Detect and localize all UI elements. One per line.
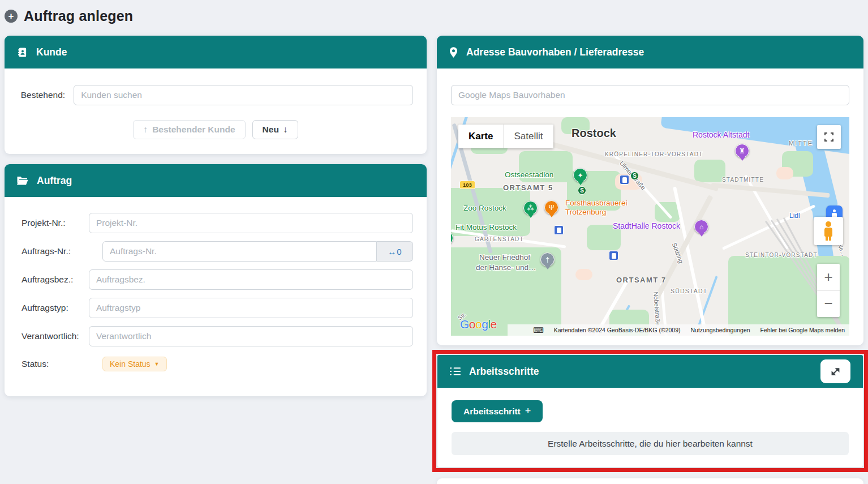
map-area-commercial bbox=[575, 269, 592, 280]
google-maps-input[interactable] bbox=[451, 85, 849, 105]
adresse-panel: Adresse Bauvorhaben / Lieferadresse †⌂Ψ⁂… bbox=[437, 36, 863, 345]
auftrag-panel-header: Auftrag bbox=[5, 164, 427, 197]
map-label: Rostock bbox=[571, 127, 616, 140]
train-icon bbox=[554, 225, 564, 235]
map-label: Rostock Altstadt bbox=[693, 130, 749, 139]
auftragstyp-input[interactable] bbox=[89, 298, 413, 318]
arbeitsschritte-empty-message: Erstelle Arbeitsschritte, die du hier be… bbox=[452, 432, 849, 455]
projekt-nr-label: Projekt-Nr.: bbox=[22, 218, 89, 228]
map-label: der Hanse- und… bbox=[476, 263, 536, 272]
status-value: Kein Status bbox=[110, 359, 151, 369]
down-arrow-icon: ↓ bbox=[283, 125, 288, 135]
train-icon bbox=[609, 251, 618, 260]
status-dropdown[interactable]: Kein Status ▼ bbox=[102, 357, 167, 371]
plus-icon: + bbox=[525, 405, 531, 417]
map-attribution-bar: ⌨ Kartendaten ©2024 GeoBasis-DE/BKG (©20… bbox=[508, 324, 849, 336]
zoo-paw-marker: ⁂ bbox=[523, 201, 538, 215]
map-label: STADTMITTE bbox=[722, 177, 764, 183]
expand-button[interactable] bbox=[820, 359, 850, 383]
sbahn-icon: S bbox=[578, 186, 586, 195]
highlight-annotation: Arbeitsschritte Arbeitsschritt + Erstell… bbox=[432, 350, 868, 472]
pegman-icon bbox=[823, 221, 834, 241]
auftragsbez-input[interactable] bbox=[89, 269, 413, 290]
report-error-link[interactable]: Fehler bei Google Maps melden bbox=[760, 327, 845, 333]
auftrag-panel: Auftrag Projekt-Nr.: Auftrags-Nr.: ↔0 Au… bbox=[5, 164, 427, 396]
kunde-panel-title: Kunde bbox=[36, 46, 67, 58]
map-label: Forsthausbrauerei bbox=[565, 199, 628, 207]
restaurant-marker: Ψ bbox=[544, 200, 558, 215]
up-arrow-icon: ↑ bbox=[143, 125, 148, 135]
next-panel-peek bbox=[437, 478, 863, 484]
map-label: ORTSAMT 7 bbox=[616, 276, 667, 284]
map-label: MITTE bbox=[789, 140, 813, 147]
address-book-icon bbox=[17, 47, 28, 58]
map-label: Zoo Rostock bbox=[463, 204, 506, 212]
verantwortlich-input[interactable] bbox=[89, 326, 413, 346]
map-label: Trotzenburg bbox=[565, 208, 606, 216]
arbeitsschritte-panel: Arbeitsschritte Arbeitsschritt + Erstell… bbox=[437, 355, 863, 467]
stadium-marker: ✦ bbox=[573, 168, 587, 182]
zoom-in-button[interactable]: + bbox=[817, 264, 840, 291]
kunden-suchen-input[interactable] bbox=[74, 85, 413, 105]
kunde-panel: Kunde Bestehend: ↑ Bestehender Kunde Neu… bbox=[5, 36, 427, 154]
map-button-karte[interactable]: Karte bbox=[458, 125, 503, 148]
bestehender-kunde-label: Bestehender Kunde bbox=[152, 125, 235, 135]
neu-button[interactable]: Neu ↓ bbox=[252, 120, 298, 139]
auftragsbez-label: Auftragsbez.: bbox=[22, 275, 89, 285]
bestehend-label: Bestehend: bbox=[17, 90, 74, 100]
chevron-down-icon: ▼ bbox=[154, 361, 160, 367]
fullscreen-icon bbox=[824, 132, 833, 142]
neu-label: Neu bbox=[263, 125, 279, 135]
verantwortlich-label: Verantwortlich: bbox=[22, 331, 89, 341]
map-button-satellit[interactable]: Satellit bbox=[503, 125, 553, 148]
map-label: KRÖPELINER-TOR-VORSTADT bbox=[605, 151, 703, 157]
page-title-bar: + Auftrag anlegen bbox=[5, 8, 133, 24]
kunde-panel-header: Kunde bbox=[5, 36, 427, 68]
adresse-panel-title: Adresse Bauvorhaben / Lieferadresse bbox=[466, 46, 644, 58]
auftrags-nr-label: Auftrags-Nr.: bbox=[22, 246, 102, 256]
location-pin-icon bbox=[449, 47, 458, 58]
terms-link[interactable]: Nutzungsbedingungen bbox=[690, 327, 750, 333]
adresse-panel-header: Adresse Bauvorhaben / Lieferadresse bbox=[437, 36, 863, 68]
venue-marker: ⌂ bbox=[694, 220, 708, 234]
road-number-badge: 103 bbox=[459, 181, 475, 189]
castle-marker: ♜ bbox=[735, 144, 749, 158]
map-label: Ostseestadion bbox=[505, 170, 553, 179]
arbeitsschritt-add-button[interactable]: Arbeitsschritt + bbox=[452, 400, 543, 422]
keyboard-icon[interactable]: ⌨ bbox=[533, 326, 544, 335]
train-icon bbox=[620, 175, 629, 185]
auftrags-nr-counter-button[interactable]: ↔0 bbox=[377, 241, 413, 262]
task-list-icon bbox=[450, 367, 461, 376]
auftragstyp-label: Auftragstyp: bbox=[22, 303, 89, 313]
projekt-nr-input[interactable] bbox=[89, 213, 413, 233]
map-type-control: Karte Satellit bbox=[458, 125, 553, 148]
map-area-commercial bbox=[776, 167, 793, 179]
map-zoom-control: + − bbox=[817, 264, 840, 317]
map-label: Neuer Friedhof bbox=[479, 253, 530, 262]
map-label: Fit Motus Rostock bbox=[456, 223, 517, 232]
fullscreen-button[interactable] bbox=[817, 125, 841, 149]
zoom-out-button[interactable]: − bbox=[817, 291, 840, 318]
arbeitsschritte-panel-title: Arbeitsschritte bbox=[469, 366, 539, 378]
map-data-attribution: Kartendaten ©2024 GeoBasis-DE/BKG (©2009… bbox=[554, 327, 681, 333]
map-label: StadtHalle Rostock bbox=[613, 221, 680, 230]
map-label: ORTSAMT 5 bbox=[503, 183, 553, 192]
map-area-park bbox=[694, 160, 725, 182]
pegman-control[interactable] bbox=[814, 217, 843, 245]
sbahn-icon: S bbox=[630, 172, 639, 180]
folder-open-icon bbox=[17, 176, 28, 185]
page-title: Auftrag anlegen bbox=[24, 8, 133, 24]
auftrags-nr-input[interactable] bbox=[102, 241, 377, 262]
cemetery-marker: † bbox=[540, 252, 555, 267]
map-label: GARTENSTADT bbox=[475, 236, 524, 242]
status-label: Status: bbox=[22, 359, 102, 369]
auftrag-panel-title: Auftrag bbox=[37, 175, 72, 187]
expand-icon bbox=[831, 367, 840, 376]
map-canvas[interactable]: †⌂Ψ⁂✦♜SSRostockRostock AltstadtMITTEKRÖP… bbox=[451, 117, 849, 336]
plus-circle-icon: + bbox=[5, 10, 18, 23]
arbeitsschritt-add-label: Arbeitsschritt bbox=[463, 406, 521, 417]
map-label: SÜDSTADT bbox=[671, 288, 707, 294]
google-logo: Google bbox=[460, 318, 497, 331]
resize-horizontal-icon: ↔ bbox=[388, 247, 396, 256]
bestehender-kunde-button[interactable]: ↑ Bestehender Kunde bbox=[133, 120, 245, 139]
